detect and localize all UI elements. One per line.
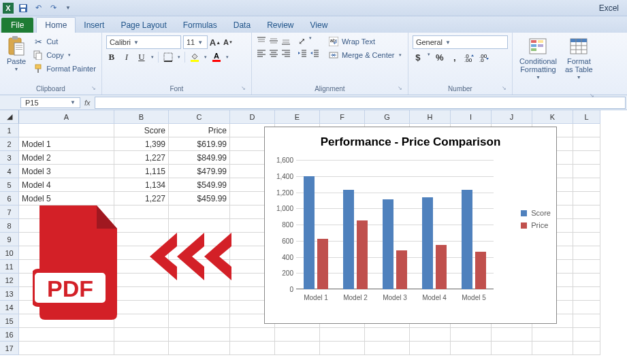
wrap-text-button[interactable]: ab Wrap Text — [327, 35, 403, 48]
cell[interactable] — [114, 342, 169, 355]
cell[interactable]: 1,227 — [114, 192, 169, 205]
cell[interactable] — [451, 342, 492, 355]
col-header[interactable]: L — [573, 110, 600, 124]
cell[interactable] — [573, 151, 600, 165]
row-header[interactable]: 10 — [0, 246, 19, 260]
cell[interactable] — [573, 274, 600, 287]
cell[interactable] — [19, 124, 114, 137]
cell[interactable]: 1,227 — [114, 151, 169, 165]
tab-file[interactable]: File — [1, 18, 33, 33]
cell[interactable] — [169, 301, 230, 314]
percent-button[interactable]: % — [434, 52, 445, 63]
cell[interactable] — [573, 342, 600, 355]
cell[interactable] — [573, 287, 600, 301]
cell[interactable] — [169, 287, 230, 301]
cell[interactable] — [573, 137, 600, 151]
col-header[interactable]: E — [275, 110, 320, 124]
cell[interactable] — [573, 314, 600, 328]
name-box[interactable]: P15 ▼ — [20, 97, 80, 108]
tab-view[interactable]: View — [302, 18, 336, 33]
row-header[interactable]: 16 — [0, 328, 19, 342]
increase-indent-icon[interactable] — [309, 48, 320, 59]
undo-icon[interactable]: ↶ — [33, 3, 44, 14]
cell[interactable] — [365, 342, 410, 355]
cell[interactable]: Price — [169, 124, 230, 137]
cell[interactable]: Model 3 — [19, 165, 114, 178]
font-size-select[interactable]: 11▼ — [183, 35, 208, 49]
cell[interactable] — [410, 342, 451, 355]
col-header[interactable]: C — [169, 110, 230, 124]
row-header[interactable]: 12 — [0, 274, 19, 287]
cell[interactable]: $459.99 — [169, 192, 230, 205]
col-header[interactable]: K — [532, 110, 573, 124]
cell[interactable] — [573, 205, 600, 219]
cell[interactable] — [169, 342, 230, 355]
cell[interactable] — [114, 328, 169, 342]
cell[interactable] — [492, 328, 532, 342]
decrease-decimal-icon[interactable]: .00.0 — [479, 52, 490, 63]
row-header[interactable]: 8 — [0, 219, 19, 233]
cell[interactable] — [275, 328, 320, 342]
decrease-font-icon[interactable]: A▼ — [223, 37, 234, 48]
redo-icon[interactable]: ↷ — [48, 3, 59, 14]
cell[interactable]: 1,115 — [114, 165, 169, 178]
cell[interactable]: 1,399 — [114, 137, 169, 151]
row-header[interactable]: 17 — [0, 342, 19, 355]
copy-button[interactable]: Copy ▾ — [31, 49, 97, 61]
increase-decimal-icon[interactable]: .0.00 — [464, 52, 475, 63]
cell[interactable] — [19, 342, 114, 355]
cell[interactable] — [275, 342, 320, 355]
col-header[interactable]: J — [492, 110, 532, 124]
cell[interactable] — [320, 328, 365, 342]
cell[interactable] — [365, 328, 410, 342]
cell[interactable]: $619.99 — [169, 137, 230, 151]
row-header[interactable]: 14 — [0, 301, 19, 314]
cell[interactable]: $849.99 — [169, 151, 230, 165]
align-top-icon[interactable] — [256, 35, 267, 46]
cell[interactable]: Model 4 — [19, 178, 114, 192]
align-bottom-icon[interactable] — [280, 35, 291, 46]
cell[interactable]: $479.99 — [169, 165, 230, 178]
cell[interactable] — [532, 342, 573, 355]
cell[interactable] — [410, 328, 451, 342]
cell[interactable]: 1,134 — [114, 178, 169, 192]
cell[interactable] — [492, 342, 532, 355]
col-header[interactable]: B — [114, 110, 169, 124]
align-right-icon[interactable] — [280, 48, 291, 59]
cell[interactable] — [532, 328, 573, 342]
cell[interactable] — [169, 219, 230, 233]
qat-dropdown-icon[interactable]: ▼ — [63, 3, 74, 14]
select-all-corner[interactable]: ◢ — [0, 110, 19, 124]
row-header[interactable]: 13 — [0, 287, 19, 301]
cell[interactable] — [19, 328, 114, 342]
col-header[interactable]: H — [410, 110, 451, 124]
cell[interactable]: $549.99 — [169, 178, 230, 192]
cell[interactable] — [573, 165, 600, 178]
orientation-icon[interactable]: ⤢ — [297, 35, 308, 46]
col-header[interactable]: G — [365, 110, 410, 124]
embedded-chart[interactable]: Performance - Price Comparison 020040060… — [264, 127, 557, 324]
cell[interactable] — [169, 328, 230, 342]
tab-data[interactable]: Data — [225, 18, 259, 33]
tab-home[interactable]: Home — [36, 17, 76, 33]
align-middle-icon[interactable] — [268, 35, 279, 46]
tab-review[interactable]: Review — [259, 18, 302, 33]
conditional-formatting-button[interactable]: Conditional Formatting ▼ — [517, 35, 560, 81]
cell[interactable] — [573, 328, 600, 342]
cell[interactable]: Score — [114, 124, 169, 137]
row-header[interactable]: 15 — [0, 314, 19, 328]
cell[interactable] — [573, 192, 600, 205]
cell[interactable] — [573, 260, 600, 274]
cell[interactable] — [573, 124, 600, 137]
tab-page-layout[interactable]: Page Layout — [112, 18, 174, 33]
cell[interactable] — [573, 178, 600, 192]
row-header[interactable]: 5 — [0, 178, 19, 192]
row-header[interactable]: 9 — [0, 233, 19, 246]
font-name-select[interactable]: Calibri▼ — [106, 35, 181, 49]
italic-button[interactable]: I — [121, 52, 132, 63]
cell[interactable] — [169, 314, 230, 328]
cell[interactable] — [230, 328, 275, 342]
tab-formulas[interactable]: Formulas — [175, 18, 225, 33]
save-icon[interactable] — [18, 3, 29, 14]
increase-font-icon[interactable]: A▲ — [210, 37, 221, 48]
